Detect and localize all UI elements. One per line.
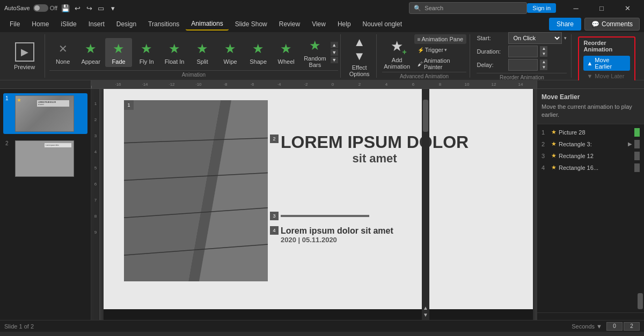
menu-nouvel[interactable]: Nouvel onglet — [357, 18, 407, 30]
search-box[interactable]: 🔍 Search — [409, 2, 527, 14]
title-right: Sign in ─ □ ✕ — [527, 0, 640, 16]
timing-delay-input[interactable]: 00,00 — [508, 59, 538, 71]
anim-name-3: Rectangle 12 — [559, 153, 632, 159]
menu-right: Share 💬 Comments — [549, 18, 640, 31]
animation-group: ✕ None ★ Appear ★ Fade ★ Fly In ★ Float … — [47, 34, 341, 78]
more-icon[interactable]: ▾ — [108, 3, 118, 13]
page-start-input[interactable] — [606, 322, 623, 331]
menu-home[interactable]: Home — [26, 18, 54, 30]
slide-thumb-2[interactable]: 2 Lorem ipsum dolor — [3, 138, 87, 179]
menu-insert[interactable]: Insert — [83, 18, 110, 30]
timing-duration-input[interactable]: 00.50 — [508, 46, 538, 57]
menu-transitions[interactable]: Transitions — [143, 18, 185, 30]
scroll-down-button[interactable]: ▼ — [331, 49, 338, 56]
move-later-button[interactable]: ▼ Move Later — [583, 72, 630, 80]
trigger-label: Trigger — [425, 47, 443, 53]
close-button[interactable]: ✕ — [615, 0, 640, 16]
anim-wheel-label: Wheel — [278, 58, 295, 65]
delay-down[interactable]: ▼ — [540, 65, 547, 70]
preview-button[interactable]: ▶ Preview — [10, 40, 39, 72]
timing-label: Reorder Animation — [477, 73, 567, 80]
menu-slideshow[interactable]: Slide Show — [230, 18, 273, 30]
start-select-arrow: ▾ — [564, 35, 567, 41]
menu-view[interactable]: View — [306, 18, 331, 30]
move-earlier-info-desc: Move the current animation to play earli… — [541, 103, 640, 120]
comments-button[interactable]: 💬 Comments — [584, 18, 640, 31]
delay-up[interactable]: ▲ — [540, 59, 547, 65]
scroll-up-arrow[interactable]: ▲ — [423, 305, 428, 311]
anim-shape-button[interactable]: ★ Shape — [245, 38, 272, 67]
anim-split-button[interactable]: ★ Split — [189, 38, 216, 67]
effect-options-label: EffectOptions — [349, 64, 370, 77]
scroll-down-arrow[interactable]: ▼ — [423, 312, 428, 318]
thumb-star-1: ★ — [17, 97, 21, 103]
minimize-button[interactable]: ─ — [564, 0, 588, 16]
anim-fade-button[interactable]: ★ Fade — [105, 38, 132, 67]
scroll-up-button[interactable]: ▲ — [331, 42, 338, 48]
slide-bottom-bar — [104, 309, 533, 320]
maximize-button[interactable]: □ — [589, 0, 614, 16]
menu-review[interactable]: Review — [274, 18, 305, 30]
anim-none-label: None — [56, 58, 70, 65]
present-icon[interactable]: ▭ — [96, 3, 106, 13]
advanced-anim-top: ★ + AddAnimation ≡ Animation Pane ⚡ Trig… — [382, 34, 467, 72]
anim-list-item-3[interactable]: 3 ★ Rectangle 12 — [537, 150, 644, 162]
duration-up[interactable]: ▲ — [540, 46, 547, 51]
redo-icon[interactable]: ↪ — [84, 3, 94, 13]
duration-down[interactable]: ▼ — [540, 51, 547, 57]
menu-animations[interactable]: Animations — [186, 18, 228, 31]
anim-wheel-button[interactable]: ★ Wheel — [273, 38, 299, 67]
svg-text:8: 8 — [94, 214, 97, 219]
svg-text:·16: ·16 — [115, 82, 121, 87]
undo-icon[interactable]: ↩ — [72, 3, 82, 13]
scrollbar-thumb-v[interactable] — [423, 100, 428, 132]
menu-design[interactable]: Design — [111, 18, 142, 30]
timing-start-select[interactable]: On Click With Previous After Previous — [508, 32, 562, 44]
animation-painter-button[interactable]: 🖌 Animation Painter — [414, 56, 467, 72]
thumb-content-2: Lorem ipsum dolor — [16, 141, 74, 176]
anim-list-item-1[interactable]: 1 ★ Picture 28 — [537, 126, 644, 138]
svg-text:·12: ·12 — [169, 82, 175, 87]
menu-help[interactable]: Help — [332, 18, 356, 30]
anim-floatin-button[interactable]: ★ Float In — [161, 38, 188, 67]
anim-scrollbar-thumb[interactable] — [638, 293, 643, 309]
anim-none-button[interactable]: ✕ None — [49, 38, 76, 67]
animation-scroll: ▲ ▼ ▼ — [331, 42, 338, 63]
seconds-label[interactable]: Seconds ▼ — [572, 323, 602, 330]
animation-pane-button[interactable]: ≡ Animation Pane — [414, 34, 467, 44]
sign-in-button[interactable]: Sign in — [527, 3, 556, 13]
anim-list-item-4[interactable]: 4 ★ Rectangle 16... — [537, 162, 644, 174]
timing-duration-row: Duration: 00.50 ▲ ▼ — [477, 46, 567, 57]
autosave-toggle[interactable]: Off — [33, 4, 57, 12]
page-end-input[interactable] — [624, 322, 640, 331]
share-button[interactable]: Share — [549, 18, 581, 31]
slide-photo-area — [124, 100, 268, 281]
duration-spinner: ▲ ▼ — [540, 46, 547, 57]
scroll-more-button[interactable]: ▼ — [331, 57, 338, 63]
add-animation-button[interactable]: ★ + AddAnimation — [382, 34, 412, 72]
svg-text:2: 2 — [358, 82, 361, 87]
slide-thumb-1[interactable]: 1 ★ LOREM IPSUM DOLOR sit amet — [3, 93, 87, 134]
anim-randombars-button[interactable]: ★ RandomBars — [301, 35, 330, 70]
reorder-title: Reorder Animation — [583, 40, 630, 53]
thumb-text-2: Lorem ipsum dolor — [45, 143, 71, 147]
canvas-scrollbar-v[interactable]: ▲ ▼ — [422, 89, 429, 320]
toolbar-icons: 💾 ↩ ↪ ▭ ▾ — [61, 3, 118, 13]
trigger-button[interactable]: ⚡ Trigger ▾ — [414, 45, 467, 55]
main-area: 1 ★ LOREM IPSUM DOLOR sit amet 2 Lorem i… — [0, 89, 644, 320]
effect-options-button[interactable]: ▲▼ EffectOptions — [346, 33, 373, 79]
star-shape: ★ — [391, 38, 403, 55]
anim-flyin-button[interactable]: ★ Fly In — [133, 38, 160, 67]
move-earlier-info-box: Move Earlier Move the current animation … — [537, 89, 644, 124]
menu-islide[interactable]: iSlide — [55, 18, 82, 30]
move-earlier-button[interactable]: ▲ Move Earlier — [583, 56, 630, 71]
anim-name-1: Picture 28 — [559, 129, 632, 136]
menu-file[interactable]: File — [4, 18, 25, 30]
anim-wipe-button[interactable]: ★ Wipe — [217, 38, 244, 67]
anim-list-item-2[interactable]: 2 ★ Rectangle 3: ▶ — [537, 138, 644, 150]
preview-icon: ▶ — [15, 42, 34, 62]
save-icon[interactable]: 💾 — [61, 3, 70, 13]
slide-divider-area: 3 — [270, 212, 369, 220]
anim-appear-button[interactable]: ★ Appear — [77, 38, 104, 67]
plus-badge: + — [402, 48, 406, 56]
